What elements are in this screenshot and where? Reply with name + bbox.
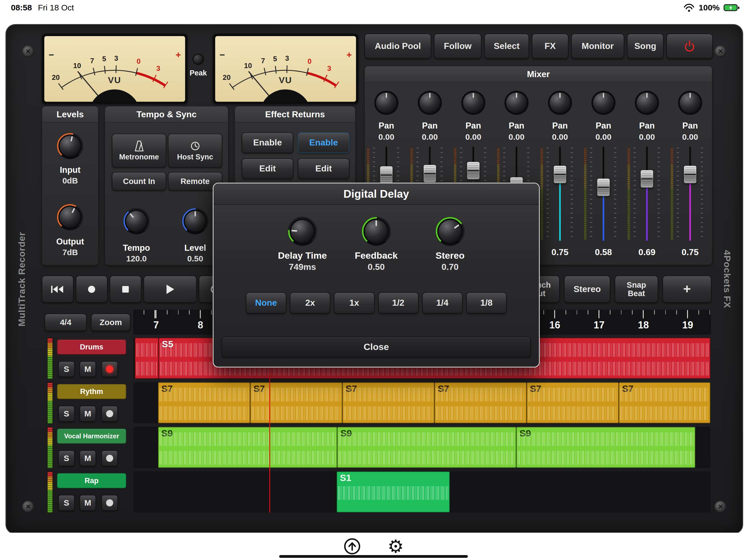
sync-option-none[interactable]: None <box>246 292 286 314</box>
channel-fader[interactable] <box>582 147 625 241</box>
record-arm-led <box>106 455 113 462</box>
mute-button[interactable]: M <box>80 495 96 511</box>
svg-text:+: + <box>176 50 181 60</box>
audio-clip[interactable]: S9 <box>516 427 695 468</box>
channel-fader[interactable] <box>538 147 582 241</box>
solo-button[interactable]: S <box>58 361 75 377</box>
monitor-button[interactable]: Monitor <box>571 34 624 59</box>
record-arm-button[interactable] <box>101 361 118 377</box>
pan-knob[interactable] <box>417 90 442 116</box>
upload-icon[interactable] <box>343 537 361 555</box>
audio-clip[interactable] <box>135 338 159 379</box>
mute-button[interactable]: M <box>80 361 96 377</box>
pan-knob[interactable] <box>634 90 660 116</box>
fader-cap[interactable] <box>467 162 480 179</box>
stereo-knob[interactable] <box>435 216 465 246</box>
mute-button[interactable]: M <box>80 450 96 466</box>
snap-beat-button[interactable]: SnapBeat <box>615 276 658 303</box>
host-sync-icon <box>190 141 201 152</box>
pan-knob[interactable] <box>547 90 572 116</box>
stop-button[interactable] <box>110 276 141 303</box>
return-level-knob[interactable] <box>182 207 209 235</box>
sync-option-quarter[interactable]: 1/4 <box>422 292 463 314</box>
audio-clip[interactable]: S9 <box>337 427 516 468</box>
record-arm-button[interactable] <box>101 450 118 466</box>
svg-text:3: 3 <box>114 54 118 62</box>
play-button[interactable] <box>144 276 197 303</box>
audio-clip[interactable]: S7 <box>435 382 526 423</box>
audio-clip[interactable]: S7 <box>250 382 342 423</box>
solo-button[interactable]: S <box>58 406 75 422</box>
audio-clip[interactable]: S9 <box>158 427 337 468</box>
pan-knob[interactable] <box>504 90 529 116</box>
audio-pool-button[interactable]: Audio Pool <box>364 34 431 59</box>
solo-button[interactable]: S <box>58 495 75 511</box>
follow-button[interactable]: Follow <box>434 34 482 59</box>
pan-knob[interactable] <box>591 90 616 116</box>
home-indicator[interactable] <box>279 555 468 558</box>
fx-button[interactable]: FX <box>532 34 568 59</box>
feedback-knob[interactable] <box>361 216 391 246</box>
effect-enable-button-2[interactable]: Enable <box>298 132 350 153</box>
track-meter <box>47 382 53 424</box>
add-track-button[interactable]: + <box>663 276 712 303</box>
channel-fader[interactable] <box>625 147 669 241</box>
pan-knob[interactable] <box>461 90 486 116</box>
track-name-rythm[interactable]: Rythm <box>57 384 126 399</box>
metronome-button[interactable]: Metronome <box>112 134 166 168</box>
close-button[interactable]: Close <box>222 337 531 357</box>
audio-clip[interactable]: S7 <box>158 382 250 423</box>
play-icon <box>165 284 175 295</box>
rewind-button[interactable] <box>42 276 74 303</box>
fader-cap[interactable] <box>423 165 436 182</box>
svg-text:VU: VU <box>279 75 292 85</box>
sync-option-2x[interactable]: 2x <box>290 292 330 314</box>
time-signature-button[interactable]: 4/4 <box>45 314 87 331</box>
audio-clip[interactable]: S7 <box>342 382 435 423</box>
song-button[interactable]: Song <box>627 34 664 59</box>
audio-clip[interactable]: S1 <box>337 472 450 512</box>
power-button[interactable] <box>666 34 713 59</box>
stereo-button[interactable]: Stereo <box>564 276 610 303</box>
track-name-rap[interactable]: Rap <box>57 473 126 488</box>
count-in-button[interactable]: Count In <box>112 172 166 190</box>
fader-cap[interactable] <box>597 179 610 196</box>
select-button[interactable]: Select <box>484 34 529 59</box>
settings-gear-icon[interactable]: ⚙ <box>387 537 404 555</box>
mixer-channel: Pan 0.00 0.58 <box>582 83 625 265</box>
track-name-vocal-harmonizer[interactable]: Vocal Harmonizer <box>57 429 126 444</box>
track-row-vocal-harmonizer: Vocal Harmonizer S M S9 S9 S9 <box>42 427 711 468</box>
fader-cap[interactable] <box>380 166 393 184</box>
channel-fader[interactable] <box>669 147 712 241</box>
svg-text:7: 7 <box>90 57 94 65</box>
audio-clip[interactable]: S7 <box>526 382 619 423</box>
track-name-drums[interactable]: Drums <box>57 339 126 355</box>
tempo-knob[interactable] <box>123 207 150 235</box>
effect-enable-button-1[interactable]: Enable <box>242 132 293 153</box>
pan-knob[interactable] <box>374 90 399 116</box>
vu-meter-left: 20 10 7 5 3 0 3 − + VU <box>42 34 187 104</box>
record-button[interactable] <box>76 276 107 303</box>
effect-edit-button-1[interactable]: Edit <box>242 158 293 179</box>
sync-option-half[interactable]: 1/2 <box>378 292 419 314</box>
audio-clip[interactable]: S7 <box>619 382 711 423</box>
fader-cap[interactable] <box>684 166 696 183</box>
record-arm-button[interactable] <box>101 406 118 422</box>
sync-option-eighth[interactable]: 1/8 <box>466 292 507 314</box>
solo-button[interactable]: S <box>58 450 75 466</box>
output-gain-knob[interactable] <box>56 203 84 231</box>
sync-option-1x[interactable]: 1x <box>334 292 374 314</box>
input-gain-knob[interactable] <box>56 132 84 160</box>
mute-button[interactable]: M <box>80 406 96 422</box>
host-sync-button[interactable]: Host Sync <box>168 134 222 168</box>
track-meter <box>47 427 53 468</box>
fader-cap[interactable] <box>554 166 566 183</box>
mixer-channel: Pan 0.00 0.69 <box>625 83 669 265</box>
delay-time-knob[interactable] <box>287 216 317 246</box>
pan-knob[interactable] <box>677 90 703 116</box>
clock: 08:58 <box>11 3 32 12</box>
effect-edit-button-2[interactable]: Edit <box>298 158 350 179</box>
record-arm-button[interactable] <box>101 495 118 511</box>
zoom-button[interactable]: Zoom <box>91 314 130 331</box>
fader-cap[interactable] <box>641 170 653 187</box>
